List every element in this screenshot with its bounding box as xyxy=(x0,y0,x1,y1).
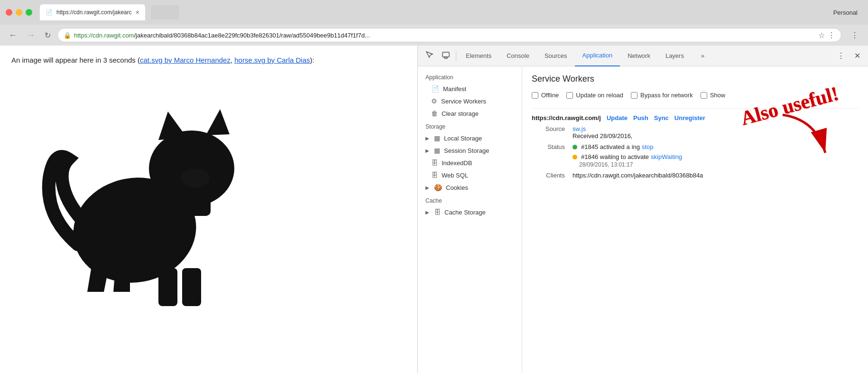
back-button[interactable]: ← xyxy=(6,29,20,41)
sidebar-item-cookies[interactable]: ▶ 🍪 Cookies xyxy=(418,181,522,194)
sync-link[interactable]: Sync xyxy=(654,114,669,121)
address-domain: cdn.rawgit.com xyxy=(92,32,134,39)
update-on-reload-option[interactable]: Update on reload xyxy=(566,92,623,99)
comma: , xyxy=(231,56,234,64)
forward-button[interactable]: → xyxy=(24,29,38,41)
status-waiting-text: #1846 waiting to activate xyxy=(581,153,649,160)
address-text: https://cdn.rawgit.com/jakearchibald/803… xyxy=(74,32,815,39)
profile-button[interactable]: Personal xyxy=(829,7,862,18)
close-button[interactable] xyxy=(6,9,12,16)
bypass-network-checkbox[interactable] xyxy=(631,92,637,99)
status-green-dot xyxy=(573,145,577,149)
devtools-sidebar: Application 📄 Manifest ⚙ Service Workers… xyxy=(418,66,522,373)
more-options-button[interactable]: ⋮ xyxy=(847,28,862,43)
address-menu-icon[interactable]: ⋮ xyxy=(828,31,835,40)
unregister-link[interactable]: Unregister xyxy=(674,114,705,121)
page-content: An image will appear here in 3 seconds (… xyxy=(0,46,417,373)
browser-tab[interactable]: 📄 https://cdn.rawgit.com/jakearc × xyxy=(40,4,145,20)
sidebar-item-manifest[interactable]: 📄 Manifest xyxy=(418,83,522,95)
inspector-icon-button[interactable] xyxy=(422,48,438,64)
sidebar-item-session-storage[interactable]: ▶ ▦ Session Storage xyxy=(418,144,522,157)
tab-title: https://cdn.rawgit.com/jakearc xyxy=(56,9,132,16)
secure-lock-icon: 🔒 xyxy=(64,32,71,39)
close-devtools-button[interactable]: ✕ xyxy=(850,48,864,63)
update-on-reload-checkbox[interactable] xyxy=(566,92,573,99)
show-all-checkbox[interactable] xyxy=(701,92,707,99)
tab-more[interactable]: » xyxy=(693,46,712,66)
source-value: sw.js Received 28/09/2016, xyxy=(573,125,632,140)
sidebar-section-storage: Storage xyxy=(418,120,522,132)
sidebar-item-service-workers[interactable]: ⚙ Service Workers xyxy=(418,95,522,107)
show-all-option[interactable]: Show xyxy=(701,92,726,99)
bookmark-icon[interactable]: ☆ xyxy=(818,31,825,40)
title-bar: 📄 https://cdn.rawgit.com/jakearc × Perso… xyxy=(0,0,868,25)
source-label: Source xyxy=(532,125,565,140)
tab-layers[interactable]: Layers xyxy=(658,46,692,66)
sw-js-link[interactable]: sw.js xyxy=(573,125,586,132)
web-sql-icon: 🗄 xyxy=(431,171,438,179)
traffic-lights xyxy=(6,9,32,16)
session-storage-arrow-icon: ▶ xyxy=(425,148,429,153)
tab-network[interactable]: Network xyxy=(620,46,658,66)
sidebar-item-local-storage-label: Local Storage xyxy=(444,135,482,142)
status-active-row: #1845 activated a ing stop xyxy=(573,143,682,150)
sidebar-item-web-sql[interactable]: 🗄 Web SQL xyxy=(418,169,522,181)
status-label: Status xyxy=(532,143,565,168)
offline-option[interactable]: Offline xyxy=(532,92,559,99)
cat-image xyxy=(11,74,406,312)
device-toolbar-button[interactable] xyxy=(438,48,454,64)
status-value: #1845 activated a ing stop #1846 waiting… xyxy=(573,143,682,168)
address-secure-part: https:// xyxy=(74,32,92,39)
devtools-toolbar: Elements Console Sources Application Net… xyxy=(418,46,868,66)
customize-devtools-button[interactable]: ⋮ xyxy=(833,48,849,63)
tab-page-icon: 📄 xyxy=(46,9,53,16)
devtools-body: Application 📄 Manifest ⚙ Service Workers… xyxy=(418,66,868,373)
devtools-main-panel: Also useful! xyxy=(522,66,868,373)
offline-checkbox[interactable] xyxy=(532,92,538,99)
sidebar-item-indexeddb[interactable]: 🗄 IndexedDB xyxy=(418,157,522,169)
update-link[interactable]: Update xyxy=(607,114,628,121)
svg-rect-5 xyxy=(158,268,177,306)
tab-application[interactable]: Application xyxy=(575,46,620,66)
bypass-network-option[interactable]: Bypass for network xyxy=(631,92,693,99)
new-tab-button[interactable] xyxy=(151,5,179,19)
tab-console[interactable]: Console xyxy=(499,46,537,66)
skip-waiting-link[interactable]: skipWaiting xyxy=(651,153,682,160)
offline-label: Offline xyxy=(541,92,559,99)
sidebar-item-clear-storage[interactable]: 🗑 Clear storage xyxy=(418,107,522,120)
sw-clients-row: Clients https://cdn.rawgit.com/jakearchi… xyxy=(532,172,859,179)
address-bar[interactable]: 🔒 https://cdn.rawgit.com/jakearchibald/8… xyxy=(57,28,841,42)
svg-point-7 xyxy=(181,168,210,187)
clients-value: https://cdn.rawgit.com/jakearchibald/803… xyxy=(573,172,703,179)
devtools-panel: Elements Console Sources Application Net… xyxy=(417,46,868,373)
tab-close-button[interactable]: × xyxy=(136,9,139,16)
maximize-button[interactable] xyxy=(26,9,32,16)
reload-button[interactable]: ↻ xyxy=(42,30,54,41)
cat-svg-link[interactable]: cat.svg by Marco Hernandez xyxy=(140,56,231,64)
sidebar-item-local-storage[interactable]: ▶ ▦ Local Storage xyxy=(418,132,522,144)
horse-svg-link[interactable]: horse.svg by Carla Dias xyxy=(234,56,310,64)
sidebar-section-application: Application xyxy=(418,70,522,83)
service-worker-options: Offline Update on reload Bypass for netw… xyxy=(532,92,859,99)
sidebar-item-cache-storage[interactable]: ▶ 🗄 Cache Storage xyxy=(418,206,522,218)
devtools-right-actions: ⋮ ✕ xyxy=(833,48,864,63)
update-on-reload-label: Update on reload xyxy=(576,92,623,99)
service-worker-entry: https://cdn.rawgit.com/j Update Push Syn… xyxy=(532,108,859,179)
svg-rect-8 xyxy=(443,52,449,57)
tab-sources[interactable]: Sources xyxy=(537,46,575,66)
sidebar-item-indexeddb-label: IndexedDB xyxy=(442,159,472,167)
sidebar-item-clear-storage-label: Clear storage xyxy=(442,110,479,117)
svg-rect-9 xyxy=(444,57,447,58)
tab-elements[interactable]: Elements xyxy=(458,46,499,66)
sidebar-item-session-storage-label: Session Storage xyxy=(444,147,489,154)
sidebar-item-service-workers-label: Service Workers xyxy=(441,98,486,105)
outro-text: ): xyxy=(310,56,314,64)
stop-link[interactable]: stop xyxy=(642,143,654,150)
source-received-text: Received 28/09/2016, xyxy=(573,132,632,140)
minimize-button[interactable] xyxy=(16,9,22,16)
sidebar-item-cache-storage-label: Cache Storage xyxy=(444,209,486,216)
status-date: 28/09/2016, 13:01:17 xyxy=(579,161,682,168)
show-all-label: Show xyxy=(710,92,726,99)
status-yellow-dot xyxy=(573,155,577,159)
push-link[interactable]: Push xyxy=(633,114,648,121)
